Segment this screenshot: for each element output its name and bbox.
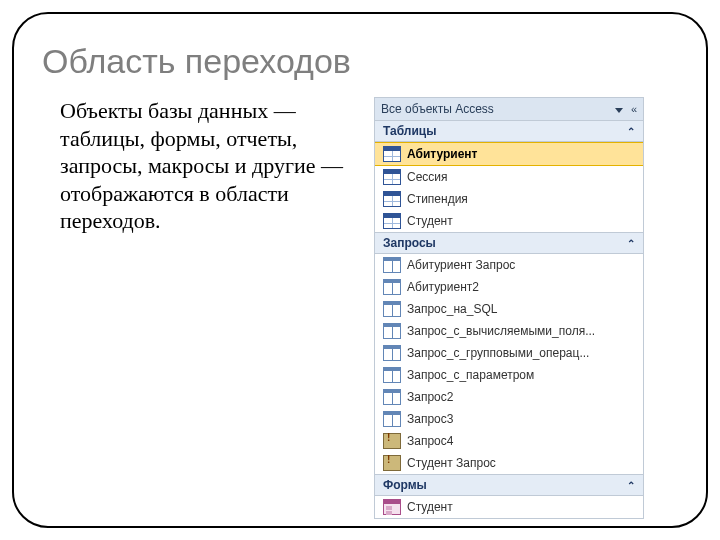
nav-group-header[interactable]: Таблицы⌃ [375,121,643,142]
nav-group-label: Таблицы [383,124,436,138]
chevron-up-icon: ⌃ [627,126,635,137]
nav-item-label: Запрос_с_вычисляемыми_поля... [407,324,635,338]
nav-group-label: Формы [383,478,427,492]
body-text: Объекты базы данных — таблицы, формы, от… [42,97,350,235]
nav-item-label: Абитуриент2 [407,280,635,294]
query-icon [383,345,401,361]
chevron-up-icon: ⌃ [627,480,635,491]
nav-item[interactable]: Запрос_с_вычисляемыми_поля... [375,320,643,342]
nav-item[interactable]: Сессия [375,166,643,188]
query-icon [383,323,401,339]
nav-item[interactable]: Запрос2 [375,386,643,408]
nav-item[interactable]: Запрос_с_групповыми_операц... [375,342,643,364]
query-icon [383,257,401,273]
nav-pane-title: Все объекты Access [381,102,494,116]
nav-item[interactable]: Запрос_с_параметром [375,364,643,386]
nav-item[interactable]: Абитуриент [375,142,643,166]
nav-item-label: Студент [407,214,635,228]
query-icon [383,389,401,405]
query-icon [383,279,401,295]
nav-group-label: Запросы [383,236,436,250]
nav-item[interactable]: Стипендия [375,188,643,210]
table-icon [383,213,401,229]
query-icon [383,301,401,317]
nav-item[interactable]: Студент [375,210,643,232]
nav-item-label: Сессия [407,170,635,184]
nav-item[interactable]: Запрос_на_SQL [375,298,643,320]
nav-item-label: Запрос3 [407,412,635,426]
nav-item-label: Запрос_на_SQL [407,302,635,316]
nav-item-label: Студент Запрос [407,456,635,470]
nav-item[interactable]: Запрос3 [375,408,643,430]
nav-group-header[interactable]: Запросы⌃ [375,232,643,254]
chevron-up-icon: ⌃ [627,238,635,249]
query-icon [383,367,401,383]
nav-item[interactable]: Абитуриент2 [375,276,643,298]
nav-item-label: Запрос_с_параметром [407,368,635,382]
collapse-button[interactable]: « [631,103,637,115]
content-row: Объекты базы данных — таблицы, формы, от… [42,97,678,519]
nav-item-label: Стипендия [407,192,635,206]
dropdown-icon[interactable] [613,103,623,115]
nav-item-label: Абитуриент [407,147,635,161]
query-action-icon [383,433,401,449]
nav-item[interactable]: Запрос4 [375,430,643,452]
nav-item[interactable]: Абитуриент Запрос [375,254,643,276]
nav-item-label: Запрос_с_групповыми_операц... [407,346,635,360]
nav-pane-header[interactable]: Все объекты Access « [375,98,643,121]
table-icon [383,146,401,162]
table-icon [383,169,401,185]
table-icon [383,191,401,207]
form-icon [383,499,401,515]
query-icon [383,411,401,427]
nav-item[interactable]: Студент [375,496,643,518]
nav-item[interactable]: Студент Запрос [375,452,643,474]
slide-frame: Область переходов Объекты базы данных — … [12,12,708,528]
nav-item-label: Абитуриент Запрос [407,258,635,272]
query-action-icon [383,455,401,471]
nav-item-label: Студент [407,500,635,514]
navigation-pane: Все объекты Access « Таблицы⌃АбитуриентС… [374,97,644,519]
nav-group-header[interactable]: Формы⌃ [375,474,643,496]
nav-item-label: Запрос4 [407,434,635,448]
slide-title: Область переходов [42,42,678,81]
nav-item-label: Запрос2 [407,390,635,404]
